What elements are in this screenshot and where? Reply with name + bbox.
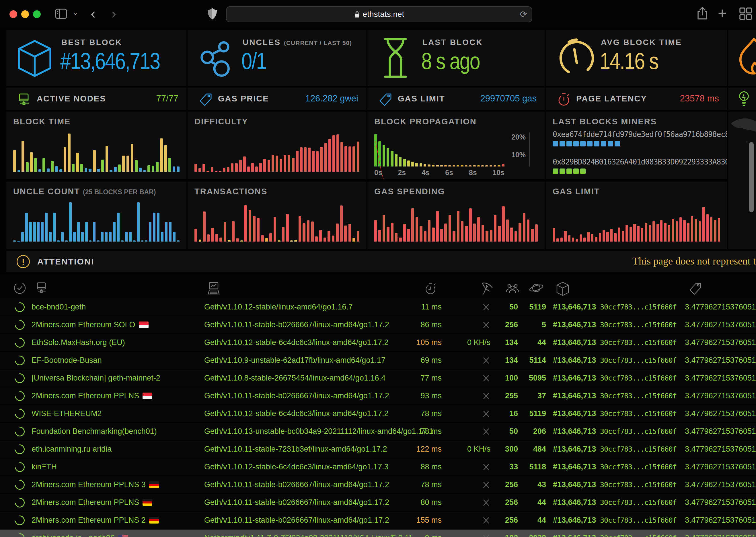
uncles-panel: UNCLES (CURRENT / LAST 50) 0/1 <box>188 30 366 86</box>
node-name[interactable]: kinΞTH <box>31 459 201 475</box>
privacy-shield-icon[interactable] <box>207 8 217 20</box>
node-peers: 256 <box>493 494 518 511</box>
table-row[interactable]: WISE-ETHEREUM2 Geth/v1.10.12-stable-6c4d… <box>0 405 756 423</box>
node-name[interactable]: 2Miners.com Ethereum PPLNS <box>31 388 201 404</box>
uptime-stat <box>728 88 756 110</box>
node-latency: 155 ms <box>401 512 442 529</box>
gas-spending-bars <box>374 202 538 242</box>
reload-icon[interactable]: ⟳ <box>520 9 527 19</box>
table-row[interactable]: EthSolo.MaxHash.org (EU) Geth/v1.10.12-s… <box>0 334 756 352</box>
node-difficulty: 3.477962715376051e+2 <box>685 405 756 422</box>
table-row[interactable]: 2Miners.com Ethereum SOLO Geth/v1.10.11-… <box>0 316 756 334</box>
address-bar[interactable]: ethstats.net ⟳ <box>226 6 532 22</box>
share-icon[interactable] <box>696 6 708 20</box>
table-row[interactable]: 2Miners.com Ethereum PPLNS 2 Geth/v1.10.… <box>0 512 756 529</box>
gauge-icon <box>557 37 597 77</box>
status-ring-icon <box>13 371 27 385</box>
sidebar-chevron-icon[interactable]: ⌄ <box>72 8 79 17</box>
node-blockhash: 30ccf783...c15f660f <box>600 370 683 387</box>
node-name[interactable]: [Universa Blockchain] geth-mainnet-2 <box>31 370 201 387</box>
node-blockhash: 30ccf783...c15f660f <box>600 529 683 537</box>
attention-label: ATTENTION! <box>37 257 94 267</box>
node-pending: 5 <box>521 316 546 333</box>
scrollbar-thumb[interactable] <box>749 142 754 212</box>
forward-button[interactable]: › <box>111 7 116 20</box>
not-mining-icon <box>482 321 490 329</box>
node-mining <box>447 512 490 529</box>
table-row[interactable]: kinΞTH Geth/v1.10.12-stable-6c4dc6c3/lin… <box>0 459 756 476</box>
node-name[interactable]: Foundation Benchmarking(bench01) <box>31 423 201 440</box>
table-row[interactable]: archivenode.io - node06 Nethermind/v1.11… <box>0 529 756 537</box>
node-name[interactable]: bce-bnd01-geth <box>31 299 201 315</box>
node-pending: 37 <box>521 388 546 404</box>
node-table: bce-bnd01-geth Geth/v1.10.12-stable/linu… <box>0 274 756 537</box>
table-row[interactable]: 2Miners.com Ethereum PPLNS Geth/v1.10.11… <box>0 388 756 405</box>
table-row[interactable]: eth.icanmining.ru aridia Geth/v1.10.11-s… <box>0 441 756 459</box>
gas-spending-chart-panel: GAS SPENDING <box>367 182 545 249</box>
node-version: Geth/v1.10.12-stable-6c4dc6c3/linux-amd6… <box>204 334 399 351</box>
table-row[interactable]: Foundation Benchmarking(bench01) Geth/v1… <box>0 423 756 441</box>
node-version: Geth/v1.10.13-unstable-bc0b34a9-20211112… <box>204 423 399 440</box>
node-name[interactable]: 2Miners.com Ethereum SOLO <box>31 316 201 333</box>
window-close-button[interactable] <box>10 10 17 18</box>
last-blocks-miners-title: LAST BLOCKS MINERS <box>553 117 657 126</box>
sidebar-toggle-icon[interactable] <box>55 9 67 19</box>
window-zoom-button[interactable] <box>33 10 41 18</box>
flame-icon <box>734 37 756 77</box>
node-table-header <box>0 274 756 299</box>
node-difficulty: 3.477962715376051e+2 <box>685 334 756 351</box>
node-latency: 78 ms <box>401 405 442 422</box>
last-blocks-miners-panel: LAST BLOCKS MINERS 0xea674fdde714fd979de… <box>546 112 727 179</box>
node-difficulty: 3.477962715376051e+2 <box>685 316 756 333</box>
node-block: #13,646,713 <box>553 441 602 458</box>
node-peers: 256 <box>493 476 518 493</box>
node-name[interactable]: WISE-ETHEREUM2 <box>31 405 201 422</box>
not-mining-icon <box>482 480 490 489</box>
gas-price-label: GAS PRICE <box>218 94 269 103</box>
node-mining <box>447 405 490 422</box>
difficulty-chart-panel: DIFFICULTY <box>188 112 366 179</box>
node-name[interactable]: eth.icanmining.ru aridia <box>31 441 201 458</box>
node-block: #13,646,713 <box>553 352 602 369</box>
node-name[interactable]: archivenode.io - node06 <box>31 529 201 537</box>
node-version-icon <box>207 281 220 296</box>
node-name[interactable]: EthSolo.MaxHash.org (EU) <box>31 334 201 351</box>
window-minimize-button[interactable] <box>21 10 29 18</box>
active-nodes-stat: ACTIVE NODES 77/77 <box>6 88 186 110</box>
transactions-bars <box>195 202 359 242</box>
tab-overview-icon[interactable] <box>739 8 752 20</box>
flag-us-icon <box>118 535 128 537</box>
status-ring-icon <box>13 460 27 474</box>
node-name[interactable]: 2Miners.com Ethereum PPLNS 3 <box>31 476 201 493</box>
table-row[interactable]: EF-Bootnode-Busan Geth/v1.10.9-unstable-… <box>0 352 756 370</box>
warning-circle-icon: ! <box>17 255 30 268</box>
gas-limit-tag-icon <box>378 92 393 106</box>
table-row[interactable]: 2Miners.com Ethereum PPLNS Geth/v1.10.11… <box>0 494 756 512</box>
node-version: Geth/v1.10.11-stable-b0266667/linux-amd6… <box>204 476 399 493</box>
node-name[interactable]: EF-Bootnode-Busan <box>31 352 201 369</box>
miner-address: 0xea674fdde714fd979de3edf0f56aa9716b898e… <box>553 130 727 139</box>
node-name[interactable]: 2Miners.com Ethereum PPLNS 2 <box>31 512 201 529</box>
node-mining <box>447 494 490 511</box>
table-row[interactable]: [Universa Blockchain] geth-mainnet-2 Get… <box>0 370 756 388</box>
node-pending: 484 <box>521 441 546 458</box>
mining-pickaxe-icon <box>481 281 494 296</box>
node-blockhash: 30ccf783...c15f660f <box>600 512 683 529</box>
node-mining <box>447 476 490 493</box>
back-button[interactable]: ‹ <box>91 7 96 20</box>
node-mining <box>447 388 490 404</box>
miner-entry: 0xea674fdde714fd979de3edf0f56aa9716b898e… <box>553 130 721 146</box>
node-name[interactable]: 2Miners.com Ethereum PPLNS <box>31 494 201 511</box>
page-latency-label: PAGE LATENCY <box>576 94 647 103</box>
node-pending: 206 <box>521 423 546 440</box>
table-row[interactable]: bce-bnd01-geth Geth/v1.10.12-stable/linu… <box>0 299 756 316</box>
node-block: #13,646,713 <box>553 299 602 315</box>
flag-de-icon <box>149 481 159 488</box>
new-tab-button[interactable]: + <box>718 5 727 22</box>
node-peers: 134 <box>493 352 518 369</box>
active-nodes-value: 77/77 <box>156 94 178 104</box>
node-latency: 69 ms <box>401 352 442 369</box>
node-monitor-icon <box>17 92 31 106</box>
table-row[interactable]: 2Miners.com Ethereum PPLNS 3 Geth/v1.10.… <box>0 476 756 494</box>
node-pending: 5119 <box>521 405 546 422</box>
